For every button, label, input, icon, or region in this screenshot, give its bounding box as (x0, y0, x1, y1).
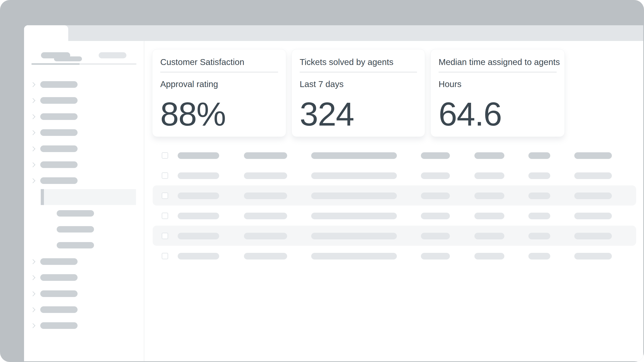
sidebar-item[interactable] (31, 306, 78, 313)
active-tab[interactable] (24, 25, 68, 41)
cell-placeholder (178, 152, 219, 159)
cell-placeholder (574, 213, 612, 219)
cell-placeholder (528, 233, 550, 239)
sidebar-item-label-placeholder (40, 81, 78, 88)
card-divider (438, 72, 557, 72)
cell-placeholder (244, 172, 287, 179)
card-subtitle: Approval rating (160, 79, 218, 89)
table-row[interactable] (0, 233, 644, 240)
chevron-right-icon (30, 162, 35, 167)
sidebar-item[interactable] (31, 81, 78, 88)
tab-strip (24, 25, 643, 41)
cell-placeholder (311, 213, 397, 219)
cell-placeholder (311, 152, 397, 159)
chevron-right-icon (30, 307, 35, 312)
cell-placeholder (178, 172, 219, 179)
sidebar-item[interactable] (31, 274, 78, 281)
card-divider (160, 72, 278, 72)
sidebar-tab-inactive[interactable] (99, 52, 126, 58)
card-value: 324 (300, 97, 354, 131)
chevron-right-icon (30, 323, 35, 328)
chevron-right-icon (30, 82, 35, 87)
row-checkbox[interactable] (162, 193, 168, 199)
cell-placeholder (178, 233, 219, 239)
sidebar-tab-underline-track (80, 63, 136, 65)
card-subtitle: Last 7 days (300, 79, 344, 89)
chevron-right-icon (30, 130, 35, 135)
cell-placeholder (474, 233, 504, 239)
row-checkbox[interactable] (162, 213, 168, 219)
table-row[interactable] (0, 152, 644, 159)
stat-card-customer-satisfaction: Customer Satisfaction Approval rating 88… (152, 49, 286, 137)
sidebar-item[interactable] (31, 322, 78, 329)
chevron-right-icon (30, 275, 35, 280)
sidebar-item[interactable] (31, 290, 78, 297)
cell-placeholder (474, 213, 504, 219)
sidebar-item-label-placeholder (40, 97, 78, 104)
sidebar-item-label-placeholder (40, 290, 78, 297)
sidebar-item-label-placeholder (40, 145, 78, 152)
cell-placeholder (311, 253, 397, 260)
row-checkbox[interactable] (162, 152, 168, 159)
cell-placeholder (574, 152, 612, 159)
card-title: Tickets solved by agents (300, 57, 394, 67)
cell-placeholder (178, 193, 219, 199)
app-background: Customer Satisfaction Approval rating 88… (0, 0, 644, 362)
sidebar-tab-active[interactable] (41, 52, 70, 58)
sidebar-item-label-placeholder (40, 322, 78, 329)
card-subtitle: Hours (438, 79, 462, 89)
cell-placeholder (311, 233, 397, 239)
stat-card-median-time: Median time assigned to agents Hours 64.… (430, 49, 565, 137)
card-value: 64.6 (438, 97, 502, 131)
table-row[interactable] (0, 253, 644, 260)
card-divider (300, 72, 417, 72)
sidebar-item[interactable] (31, 161, 78, 168)
cell-placeholder (574, 253, 612, 260)
table-row[interactable] (0, 213, 644, 220)
card-title: Customer Satisfaction (160, 57, 244, 67)
chevron-right-icon (30, 259, 35, 264)
sidebar-item[interactable] (31, 97, 78, 104)
cell-placeholder (178, 213, 219, 219)
cell-placeholder (311, 193, 397, 199)
cell-placeholder (311, 172, 397, 179)
sidebar-item-label-placeholder (40, 161, 78, 168)
row-checkbox[interactable] (162, 172, 168, 179)
stat-card-tickets-solved: Tickets solved by agents Last 7 days 324 (292, 49, 425, 137)
cell-placeholder (574, 233, 612, 239)
row-checkbox[interactable] (162, 253, 168, 259)
cell-placeholder (474, 172, 504, 179)
sidebar-item[interactable] (31, 145, 78, 152)
cell-placeholder (528, 172, 550, 179)
cell-placeholder (421, 253, 450, 260)
table-row[interactable] (0, 172, 644, 179)
cell-placeholder (421, 152, 450, 159)
card-value: 88% (160, 97, 226, 131)
sidebar-item[interactable] (31, 129, 78, 136)
cell-placeholder (244, 152, 287, 159)
card-title: Median time assigned to agents (438, 57, 560, 67)
sidebar-item[interactable] (31, 113, 78, 120)
cell-placeholder (421, 233, 450, 239)
cell-placeholder (474, 152, 504, 159)
sidebar-tab-underline-active (32, 63, 80, 65)
cell-placeholder (421, 172, 450, 179)
table-row[interactable] (0, 193, 644, 199)
cell-placeholder (244, 213, 287, 219)
cell-placeholder (474, 193, 504, 199)
sidebar-item-label-placeholder (40, 113, 78, 120)
chevron-right-icon (30, 146, 35, 151)
screenshot-canvas: Customer Satisfaction Approval rating 88… (0, 0, 644, 362)
sidebar-item-label-placeholder (40, 306, 78, 313)
sidebar-item-label-placeholder (40, 129, 78, 136)
cell-placeholder (244, 193, 287, 199)
cell-placeholder (528, 213, 550, 219)
sidebar-subitem[interactable] (57, 242, 94, 248)
sidebar-divider (144, 41, 144, 361)
cell-placeholder (528, 253, 550, 260)
sidebar-subitem[interactable] (57, 226, 94, 233)
chevron-right-icon (30, 114, 35, 119)
row-checkbox[interactable] (162, 233, 168, 239)
cell-placeholder (421, 213, 450, 219)
cell-placeholder (474, 253, 504, 260)
